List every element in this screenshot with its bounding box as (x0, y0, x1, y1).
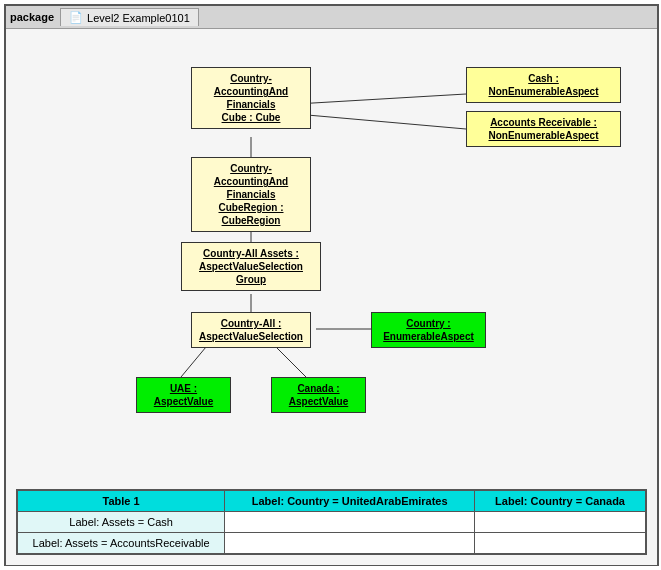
svg-line-4 (276, 347, 306, 377)
cash-node: Cash :NonEnumerableAspect (466, 67, 621, 103)
row-ar-uae (225, 533, 475, 554)
connector-lines (6, 29, 657, 565)
table-container: Table 1 Label: Country = UnitedArabEmira… (16, 489, 647, 555)
canada-node: Canada :AspectValue (271, 377, 366, 413)
col-canada: Label: Country = Canada (475, 491, 646, 512)
tab[interactable]: 📄 Level2 Example0101 (60, 8, 199, 26)
table-row: Label: Assets = AccountsReceivable (18, 533, 646, 554)
row-cash-canada (475, 512, 646, 533)
diagram-area: Country-AccountingAndFinancialsCube : Cu… (6, 29, 657, 565)
table-row: Label: Assets = Cash (18, 512, 646, 533)
uae-node: UAE :AspectValue (136, 377, 231, 413)
svg-line-3 (181, 347, 206, 377)
accounts-receivable-node: Accounts Receivable :NonEnumerableAspect (466, 111, 621, 147)
package-label: package (10, 11, 54, 23)
svg-line-7 (296, 114, 466, 129)
tab-bar: package 📄 Level2 Example0101 (6, 6, 657, 29)
col-uae: Label: Country = UnitedArabEmirates (225, 491, 475, 512)
aspect-group-node: Country-All Assets :AspectValueSelection… (181, 242, 321, 291)
row-cash-uae (225, 512, 475, 533)
table-title: Table 1 (18, 491, 225, 512)
cube-region-node: Country-AccountingAndFinancialsCubeRegio… (191, 157, 311, 232)
country-enumerable-node: Country :EnumerableAspect (371, 312, 486, 348)
svg-line-6 (296, 94, 466, 104)
row-ar-canada (475, 533, 646, 554)
data-table: Table 1 Label: Country = UnitedArabEmira… (17, 490, 646, 554)
aspect-selection-node: Country-All :AspectValueSelection (191, 312, 311, 348)
cube-node: Country-AccountingAndFinancialsCube : Cu… (191, 67, 311, 129)
main-window: package 📄 Level2 Example0101 (4, 4, 659, 566)
row-ar-label: Label: Assets = AccountsReceivable (18, 533, 225, 554)
row-cash-label: Label: Assets = Cash (18, 512, 225, 533)
tab-label: Level2 Example0101 (87, 12, 190, 24)
tab-icon: 📄 (69, 11, 83, 24)
